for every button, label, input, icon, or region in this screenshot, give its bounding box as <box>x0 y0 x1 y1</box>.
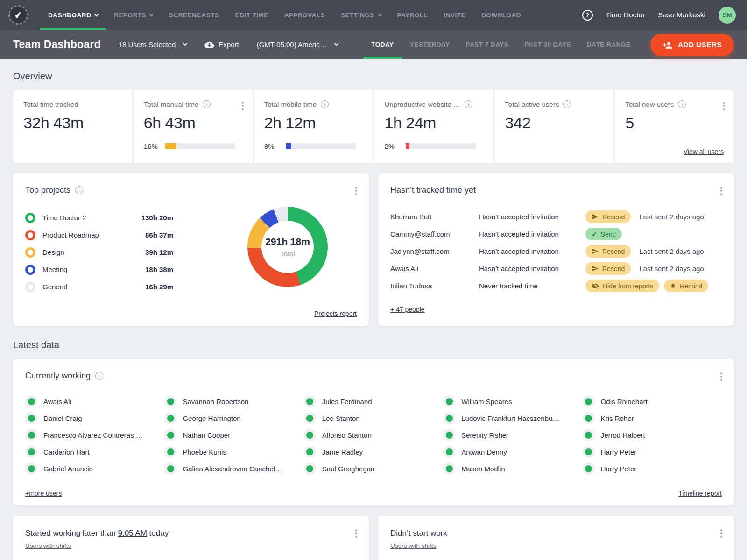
projects-report-link[interactable]: Projects report <box>314 310 357 317</box>
tab-yesterday[interactable]: YESTERDAY <box>402 30 458 59</box>
info-icon[interactable] <box>678 100 686 108</box>
info-icon[interactable] <box>465 100 472 108</box>
user-item[interactable]: Daniel Craig <box>25 410 164 427</box>
remind-button[interactable]: Remind <box>664 280 708 292</box>
project-color-ring <box>25 230 35 240</box>
card-title: Didn’t start work <box>390 529 722 538</box>
kebab-menu[interactable] <box>719 528 724 539</box>
user-item[interactable]: Ludovic Frankfurt Hacszenbu… <box>443 410 582 427</box>
chevron-down-icon <box>149 12 154 16</box>
add-users-button[interactable]: ADD USERS <box>650 34 734 56</box>
kebab-menu[interactable] <box>354 185 359 196</box>
nav-item-screencasts[interactable]: SCREENCASTS <box>161 0 227 30</box>
kebab-menu[interactable] <box>719 371 724 382</box>
info-icon[interactable] <box>75 186 83 194</box>
project-color-ring <box>25 213 35 223</box>
user-item[interactable]: Antwan Denny <box>443 443 582 460</box>
person-status: Hasn’t accepted invitation <box>479 247 585 255</box>
status-halo <box>304 446 316 458</box>
nav-item-download[interactable]: DOWNLOAD <box>473 0 529 30</box>
info-icon[interactable] <box>321 100 329 108</box>
user-item[interactable]: Jame Radley <box>304 443 443 460</box>
late-start-time[interactable]: 9:05 AM <box>118 529 147 538</box>
nav-item-settings[interactable]: SETTINGS <box>333 0 389 30</box>
nav-item-reports[interactable]: REPORTS <box>106 0 161 30</box>
dashboard-toolbar: Team Dashboard 18 Users Selected Export … <box>0 30 747 59</box>
help-icon[interactable] <box>582 10 593 21</box>
user-name: William Speares <box>461 398 512 406</box>
user-item[interactable]: Savannah Robertson <box>164 393 303 410</box>
user-name: Mason Modlin <box>461 465 505 473</box>
kebab-menu[interactable] <box>354 528 359 539</box>
nav-item-edit-time[interactable]: EDIT TIME <box>227 0 276 30</box>
users-with-shifts-link[interactable]: Users with shifts <box>25 542 71 549</box>
user-avatar[interactable]: SM <box>719 7 736 24</box>
users-with-shifts-link[interactable]: Users with shifts <box>390 542 436 549</box>
user-item[interactable]: Odis Rhinehart <box>583 393 722 410</box>
tab-today[interactable]: TODAY <box>363 30 402 59</box>
resend-button[interactable]: Resend <box>585 245 631 258</box>
user-item[interactable]: Harry Peter <box>583 460 722 477</box>
section-title-latest-data: Latest data <box>13 340 734 350</box>
project-name: Time Doctor 2 <box>42 214 129 222</box>
user-item[interactable]: Phoebe Kunis <box>164 443 303 460</box>
status-halo <box>443 446 455 458</box>
user-item[interactable]: Galina Alexandrovna Canchel… <box>164 460 303 477</box>
more-users-link[interactable]: +more users <box>25 490 62 497</box>
user-name: Phoebe Kunis <box>183 448 226 456</box>
nav-item-dashboard[interactable]: DASHBOARD <box>40 0 106 30</box>
progress-bar <box>406 143 476 149</box>
user-item[interactable]: Kris Roher <box>583 410 722 427</box>
last-sent-note: Last sent 2 days ago <box>639 213 704 221</box>
info-icon[interactable] <box>95 372 103 380</box>
online-status-dot <box>306 398 313 405</box>
nav-item-payroll[interactable]: PAYROLL <box>389 0 436 30</box>
online-status-dot <box>167 398 174 405</box>
timezone-dropdown[interactable]: (GMT-05:00) Americ… <box>257 41 338 49</box>
tab-past-30-days[interactable]: PAST 30 DAYS <box>516 30 579 59</box>
user-name[interactable]: Saso Markoski <box>658 11 705 19</box>
kebab-menu[interactable] <box>240 100 245 112</box>
toolbar-left-group: Team Dashboard 18 Users Selected Export … <box>13 30 338 59</box>
user-item[interactable]: Leo Stanton <box>304 410 443 427</box>
status-halo <box>25 462 37 475</box>
online-status-dot <box>28 398 35 405</box>
user-item[interactable]: Nathan Cooper <box>164 427 303 443</box>
project-name: General <box>42 283 129 291</box>
user-item[interactable]: William Speares <box>443 393 582 410</box>
info-icon[interactable] <box>203 100 211 108</box>
user-item[interactable]: Francesco Alvarez Contreras … <box>25 427 164 443</box>
view-all-users-link[interactable]: View all users <box>684 148 724 155</box>
tab-past-7-days[interactable]: PAST 7 DAYS <box>458 30 516 59</box>
user-item[interactable]: Gabriel Anuncio <box>25 460 164 477</box>
more-people-link[interactable]: + 47 people <box>390 306 425 313</box>
resend-button[interactable]: Resend <box>585 262 631 275</box>
info-icon[interactable] <box>563 100 571 108</box>
user-item[interactable]: Mason Modlin <box>443 460 582 477</box>
hide-from-reports-button[interactable]: Hide from reports <box>585 280 659 292</box>
timeline-report-link[interactable]: Timeline report <box>678 490 722 497</box>
resend-button[interactable]: Resend <box>585 210 631 223</box>
tab-date-range[interactable]: DATE RANGE <box>579 30 638 59</box>
user-item[interactable]: George Harrington <box>164 410 303 427</box>
user-item[interactable]: Harry Peter <box>583 443 722 460</box>
user-item[interactable]: Jerrod Halbert <box>583 427 722 443</box>
user-item[interactable]: Awais Ali <box>25 393 164 410</box>
person-name: Awais Ali <box>390 265 479 273</box>
project-color-ring <box>25 265 35 275</box>
online-status-dot <box>585 465 592 472</box>
user-item[interactable]: Cardarion Hart <box>25 443 164 460</box>
person-status: Hasn’t accepted invitation <box>479 230 585 238</box>
kebab-menu[interactable] <box>722 100 726 112</box>
time-doctor-logo[interactable] <box>8 5 28 25</box>
user-item[interactable]: Serenity Fisher <box>443 427 582 443</box>
kebab-menu[interactable] <box>719 185 724 196</box>
user-item[interactable]: Jules Ferdinand <box>304 393 443 410</box>
nav-item-invite[interactable]: INVITE <box>436 0 474 30</box>
user-item[interactable]: Alfonso Stanton <box>304 427 443 443</box>
users-selected-dropdown[interactable]: 18 Users Selected <box>119 41 187 49</box>
user-name: Jules Ferdinand <box>322 398 372 406</box>
export-button[interactable]: Export <box>204 41 239 49</box>
user-item[interactable]: Saul Geoghegan <box>304 460 443 477</box>
nav-item-approvals[interactable]: APPROVALS <box>276 0 333 30</box>
